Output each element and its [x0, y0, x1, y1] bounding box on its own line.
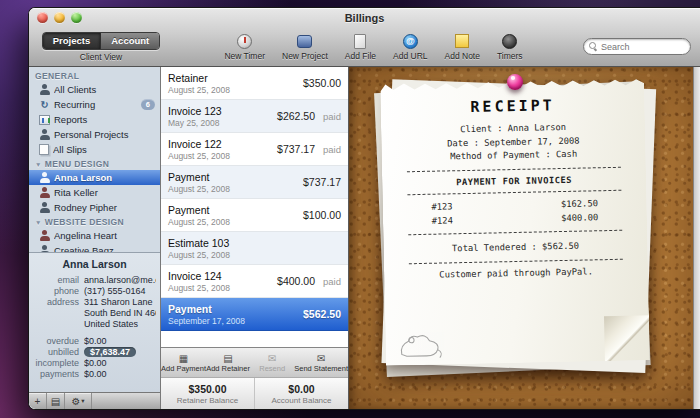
receipt: RECEIPT Client : Anna Larson Date : Sept… [380, 76, 650, 365]
action-menu-button[interactable]: ⚙ ▾ [65, 393, 92, 409]
source-list: GENERAL All Clients ↻ Recurring 6 Report… [29, 67, 160, 252]
incomplete-value: $0.00 [84, 358, 156, 368]
transaction-date: August 25, 2008 [168, 151, 273, 161]
person-icon [39, 187, 50, 198]
send-statement-label: Send Statement [294, 364, 348, 373]
dashed-separator [409, 259, 623, 264]
transaction-row-invoice-124[interactable]: Invoice 124 August 25, 2008 $400.00 paid [161, 265, 348, 298]
sidebar-item-angelina-heart[interactable]: Angelina Heart [29, 228, 160, 243]
main-content: GENERAL All Clients ↻ Recurring 6 Report… [29, 67, 700, 409]
new-timer-button[interactable]: New Timer [224, 33, 265, 61]
person-icon [39, 202, 50, 213]
add-retainer-button[interactable]: ▤ Add Retainer [206, 348, 250, 377]
slips-icon [39, 144, 49, 155]
transaction-title: Payment [168, 171, 299, 183]
transaction-row-invoice-122[interactable]: Invoice 122 August 25, 2008 $737.17 paid [161, 133, 348, 166]
retainer-balance-label: Retainer Balance [177, 396, 238, 405]
section-header-website-design[interactable]: ▼ WEBSITE DESIGN [29, 215, 160, 228]
add-note-button[interactable]: Add Note [445, 33, 480, 61]
receipt-item-amount: $400.00 [561, 211, 598, 225]
transaction-title: Invoice 124 [168, 270, 273, 282]
timers-button[interactable]: Timers [497, 33, 523, 61]
slip-drawer-button[interactable]: ▤ [47, 393, 65, 409]
add-url-button[interactable]: @ Add URL [393, 33, 428, 61]
person-icon [39, 245, 50, 252]
add-file-button[interactable]: Add File [345, 33, 376, 61]
file-icon [354, 34, 366, 49]
transaction-amount: $400.00 [277, 275, 315, 287]
sidebar-bottom-toolbar: + ▤ ⚙ ▾ [29, 392, 160, 409]
transaction-row-payment-1[interactable]: Payment August 25, 2008 $737.17 [161, 166, 348, 199]
resend-icon: ✉ [268, 353, 276, 364]
segment-account[interactable]: Account [100, 33, 159, 49]
plus-icon: + [35, 396, 41, 407]
add-client-button[interactable]: + [29, 393, 47, 409]
dashed-separator [408, 230, 622, 235]
close-button[interactable] [37, 12, 48, 23]
sidebar-item-rodney-pipher[interactable]: Rodney Pipher [29, 200, 160, 215]
sidebar-item-creative-bagz[interactable]: Creative Bagz [29, 243, 160, 252]
timers-label: Timers [497, 51, 523, 61]
phone-value: (317) 555-0164 [84, 286, 156, 296]
new-timer-label: New Timer [224, 51, 265, 61]
mouse-sketch [397, 331, 442, 360]
add-payment-button[interactable]: ▦ Add Payment [161, 348, 206, 377]
transaction-date: August 25, 2008 [168, 250, 337, 260]
view-switcher: Projects Account Client View [38, 32, 164, 62]
search-field[interactable] [583, 38, 691, 55]
email-label: email [33, 275, 79, 285]
transaction-list: Retainer August 25, 2008 $350.00 Invoice… [161, 67, 348, 347]
transaction-title: Invoice 122 [168, 138, 273, 150]
add-url-label: Add URL [393, 51, 428, 61]
add-file-label: Add File [345, 51, 376, 61]
zoom-button[interactable] [71, 12, 82, 23]
toolbar-buttons: New Timer New Project Add File @ Add URL… [172, 33, 575, 61]
address-label: address [33, 297, 79, 307]
send-statement-button[interactable]: ✉ Send Statement [294, 348, 348, 377]
section-header-menu-design[interactable]: ▼ MENU DESIGN [29, 157, 160, 170]
sidebar-item-all-clients[interactable]: All Clients [29, 82, 160, 97]
drawer-icon: ▤ [51, 396, 60, 407]
transaction-row-invoice-123[interactable]: Invoice 123 May 25, 2008 $262.50 paid [161, 100, 348, 133]
sidebar-item-anna-larson[interactable]: Anna Larson [29, 170, 160, 185]
transaction-title: Retainer [168, 72, 299, 84]
minimize-button[interactable] [54, 12, 65, 23]
sidebar-item-reports[interactable]: Reports [29, 112, 160, 127]
overdue-value: $0.00 [84, 336, 156, 346]
pushpin-icon [507, 74, 523, 90]
section-title: WEBSITE DESIGN [45, 217, 124, 227]
resend-button[interactable]: ✉ Resend [250, 348, 294, 377]
account-balance-label: Account Balance [271, 396, 331, 405]
transaction-row-payment-selected[interactable]: Payment September 17, 2008 $562.50 [161, 298, 348, 331]
transaction-date: August 25, 2008 [168, 184, 299, 194]
transaction-title: Invoice 123 [168, 105, 273, 117]
payments-value: $0.00 [84, 369, 156, 379]
send-statement-icon: ✉ [317, 353, 325, 364]
disclosure-triangle-icon[interactable]: ▼ [35, 161, 42, 168]
transaction-row-payment-2[interactable]: Payment August 25, 2008 $100.00 [161, 199, 348, 232]
receipt-total-line: Total Tendered : $562.50 [396, 240, 634, 255]
address-line-1: 311 Sharon Lane [84, 297, 156, 307]
new-project-button[interactable]: New Project [282, 33, 328, 61]
transaction-status: paid [323, 276, 341, 287]
sidebar-item-label: Anna Larson [54, 172, 155, 183]
sidebar-item-label: Personal Projects [54, 129, 155, 140]
vertical-scrollbar[interactable] [693, 67, 700, 409]
transaction-row-retainer[interactable]: Retainer August 25, 2008 $350.00 [161, 67, 348, 100]
retainer-balance: $350.00 Retainer Balance [161, 378, 254, 409]
search-input[interactable] [601, 42, 685, 52]
segment-projects[interactable]: Projects [43, 33, 101, 49]
sidebar-item-rita-keller[interactable]: Rita Keller [29, 185, 160, 200]
transaction-row-estimate-103[interactable]: Estimate 103 August 25, 2008 [161, 232, 348, 265]
unbilled-value-badge: $7,638.47 [84, 347, 136, 357]
sidebar-item-personal-projects[interactable]: Personal Projects [29, 127, 160, 142]
caret-down-icon: ▾ [81, 397, 84, 405]
disclosure-triangle-icon[interactable]: ▼ [35, 219, 42, 226]
balances-bar: $350.00 Retainer Balance $0.00 Account B… [161, 377, 348, 409]
clients-icon [39, 84, 50, 95]
sidebar-item-recurring[interactable]: ↻ Recurring 6 [29, 97, 160, 112]
address-line-3: United States [84, 319, 156, 329]
timer-icon [237, 34, 252, 49]
sidebar-item-all-slips[interactable]: All Slips [29, 142, 160, 157]
titlebar[interactable]: Billings [29, 8, 700, 27]
